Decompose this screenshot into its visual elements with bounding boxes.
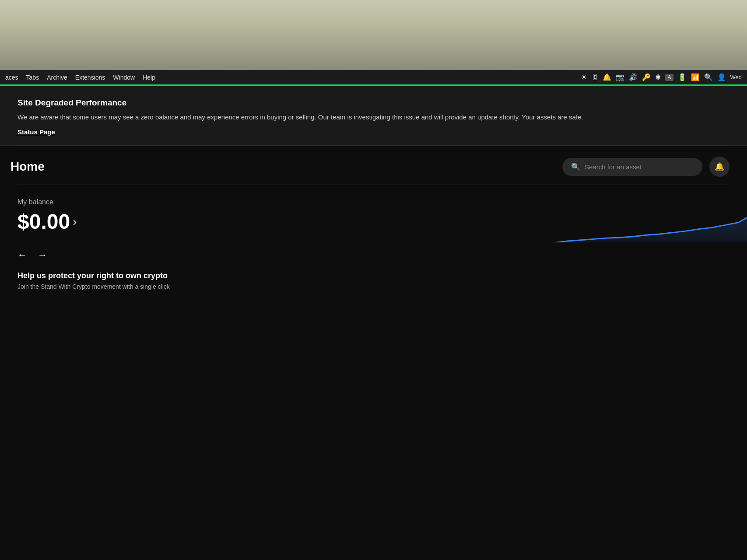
search-icon: 🔍	[571, 162, 580, 172]
notifications-button[interactable]: 🔔	[709, 157, 729, 177]
home-header: Home 🔍 Search for an asset 🔔	[0, 146, 747, 185]
notification-icon: 🔔	[603, 73, 611, 81]
menubar-item-window[interactable]: Window	[113, 74, 135, 81]
chart-svg	[528, 185, 747, 242]
alert-banner: Site Degraded Performance We are aware t…	[0, 86, 747, 146]
back-arrow-button[interactable]: ←	[18, 249, 27, 261]
wifi-icon: 📶	[691, 73, 700, 81]
page-title: Home	[11, 160, 45, 174]
chart-fill	[528, 218, 747, 243]
menubar: aces Tabs Archive Extensions Window Help…	[0, 70, 747, 86]
user-icon: 👤	[717, 73, 726, 81]
menubar-item-help[interactable]: Help	[143, 74, 155, 81]
nav-arrows: ← →	[0, 242, 747, 268]
volume-icon: 🔊	[629, 73, 638, 81]
balance-chevron-icon: ›	[73, 215, 77, 229]
menubar-item-extensions[interactable]: Extensions	[75, 74, 105, 81]
alert-title: Site Degraded Performance	[18, 98, 729, 108]
keyboard-icon: A	[665, 74, 673, 81]
battery-icon: 🔋	[678, 73, 687, 81]
menubar-item-tabs[interactable]: Tabs	[26, 74, 39, 81]
bell-icon: 🔔	[715, 162, 724, 172]
search-menubar-icon[interactable]: 🔍	[704, 73, 713, 81]
controls-icon: 🎛	[591, 74, 598, 81]
header-right: 🔍 Search for an asset 🔔	[562, 157, 729, 177]
promo-title: Help us protect your right to own crypto	[18, 271, 729, 280]
forward-arrow-button[interactable]: →	[38, 249, 47, 261]
menubar-right: ☀ 🎛 🔔 📷 🔊 🔑 ✱ A 🔋 📶 🔍 👤 Wed	[581, 73, 742, 81]
browser-content: Site Degraded Performance We are aware t…	[0, 86, 747, 560]
alert-body: We are aware that some users may see a z…	[18, 112, 630, 122]
clock: Wed	[730, 74, 742, 80]
balance-chart	[528, 185, 747, 242]
screenshot-icon: 📷	[616, 73, 624, 81]
menubar-left: aces Tabs Archive Extensions Window Help	[5, 74, 155, 81]
menubar-item-spaces[interactable]: aces	[5, 74, 18, 81]
brightness-icon: ☀	[581, 73, 587, 81]
key-icon: 🔑	[642, 73, 651, 81]
balance-section: My balance $0.00 ›	[0, 185, 747, 242]
promo-subtitle: Join the Stand With Crypto movement with…	[18, 283, 729, 290]
search-bar[interactable]: 🔍 Search for an asset	[562, 158, 702, 176]
wall-background	[0, 0, 747, 70]
status-page-link[interactable]: Status Page	[18, 128, 729, 136]
promo-section: Help us protect your right to own crypto…	[0, 268, 747, 303]
bluetooth-icon: ✱	[655, 73, 661, 81]
menubar-item-archive[interactable]: Archive	[47, 74, 67, 81]
search-placeholder-text: Search for an asset	[585, 163, 642, 171]
balance-value: $0.00	[18, 210, 70, 234]
